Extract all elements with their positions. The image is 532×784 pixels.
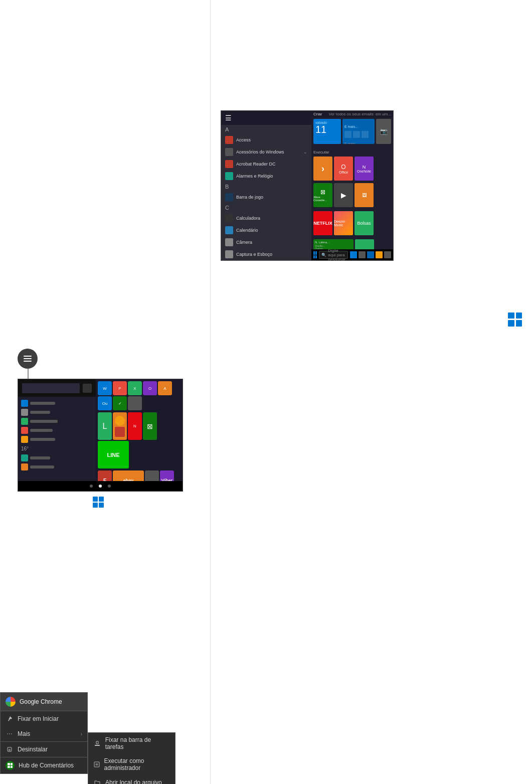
page-container: 16° W [0, 0, 532, 784]
windows-start-btn[interactable] [313, 251, 317, 258]
windows-logo-left [93, 492, 104, 508]
taskbar-dot [90, 485, 93, 488]
app-calculadora[interactable]: Calculadora [221, 212, 311, 224]
run-admin-label: Executar como administrador [104, 757, 170, 771]
screenshot-start-menu: ☰ A Access Acessórios do Windows ⌄ [221, 110, 394, 261]
modern-search-box[interactable] [22, 383, 80, 393]
netflix-tile[interactable]: NETFLIX [313, 211, 332, 235]
app-icon [21, 418, 28, 425]
deezer-tile[interactable]: Deezer Music [334, 211, 353, 235]
calendar-tile[interactable]: sábado 11 [313, 119, 341, 144]
context-menu-more[interactable]: Mais › [1, 726, 87, 741]
calculator-label: Calculadora [236, 216, 260, 221]
hub-label: Hub de Comentários [19, 762, 74, 769]
submenu-pin-taskbar[interactable]: Fixar na barra de tarefas [88, 733, 175, 754]
modern-start-right: W P X O A Ou ✓ L [96, 379, 183, 491]
svg-rect-2 [11, 734, 12, 734]
search-icon: 🔍 [321, 253, 326, 257]
app-icon [21, 427, 28, 434]
modern-app-item[interactable] [20, 453, 94, 462]
camera-tile[interactable]: 📷 [376, 119, 391, 144]
modern-app-item[interactable] [20, 417, 94, 426]
app-acessorios[interactable]: Acessórios do Windows ⌄ [221, 146, 311, 158]
modern-tiles-top-row: W P X O A Ou ✓ [96, 379, 183, 412]
more-label: Mais [18, 730, 30, 737]
hamburger-menu-button[interactable] [18, 349, 38, 369]
taskbar-misc-icon[interactable] [376, 251, 383, 258]
taskbar-ie-icon[interactable] [350, 251, 357, 258]
uninstall-icon [6, 745, 14, 753]
pin-icon [6, 715, 14, 723]
tile-candy [113, 412, 127, 440]
app-label [30, 438, 55, 441]
deezer-tile-label: Deezer Music [334, 220, 353, 227]
execute-label: Executar [313, 150, 329, 154]
acrobat-icon [225, 160, 233, 168]
app-acrobat[interactable]: Acrobat Reader DC [221, 158, 311, 170]
section-a-label: A [221, 125, 311, 134]
start-menu-inner: ☰ A Access Acessórios do Windows ⌄ [221, 111, 393, 260]
office-tile[interactable]: O Office [334, 156, 353, 181]
modern-app-item[interactable] [20, 399, 94, 408]
start-taskbar: 🔍 Digite aqui para pesquisar [311, 249, 393, 260]
game-bar-icon [225, 193, 233, 201]
accessories-icon [225, 148, 233, 156]
context-menu-pin-start[interactable]: Fixar em Iniciar [1, 711, 87, 726]
chevron-tile[interactable]: › [313, 156, 332, 181]
context-menu-hub[interactable]: Hub de Comentários [1, 757, 87, 773]
section-b-label: B [221, 182, 311, 191]
app-captura[interactable]: Captura e Esboço [221, 248, 311, 260]
svg-rect-5 [94, 762, 99, 767]
alarm-icon [225, 172, 233, 180]
svg-rect-4 [95, 745, 100, 746]
video-tile[interactable]: ▶ [334, 183, 353, 207]
app-barra[interactable]: Barra de jogo [221, 191, 311, 203]
windows-logo-right [508, 306, 522, 327]
alarm-label: Alarmes e Relógio [236, 174, 273, 179]
photos-tile[interactable]: 🖼 [354, 183, 374, 207]
tile-outlook: Ou [98, 396, 112, 410]
submenu-run-admin[interactable]: Executar como administrador [88, 754, 175, 775]
search-text: Digite aqui para pesquisar [328, 248, 345, 261]
taskbar-misc2-icon[interactable] [384, 251, 391, 258]
app-alarmes[interactable]: Alarmes e Relógio [221, 170, 311, 182]
modern-app-item[interactable] [20, 435, 94, 444]
taskbar-search[interactable]: 🔍 Digite aqui para pesquisar [319, 251, 348, 259]
modern-tiles-main-row: L N ⊠ LINE [96, 412, 183, 468]
email-tile[interactable]: E mais... E mais... [342, 119, 375, 144]
app-label [30, 420, 58, 423]
calculator-icon [225, 214, 233, 222]
app-access[interactable]: Access [221, 134, 311, 146]
criar-label: Criar [313, 112, 322, 116]
app-label [30, 402, 55, 405]
xbox-label: Xbox Console... [313, 196, 332, 202]
captura-label: Captura e Esboço [236, 252, 272, 257]
email-label: E mais... [344, 125, 358, 128]
taskbar-edge-icon[interactable] [367, 251, 374, 258]
onenote-tile[interactable]: N OneNote [354, 156, 374, 181]
app-icon [21, 454, 28, 461]
tiles-row3: ⊠ Xbox Console... ▶ 🖼 [311, 182, 393, 209]
xbox-tile[interactable]: ⊠ Xbox Console... [313, 183, 332, 207]
context-menu-uninstall[interactable]: Desinstalar [1, 742, 87, 757]
taskbar-dot-active [99, 485, 102, 488]
app-calendario[interactable]: Calendário [221, 224, 311, 236]
tile-xbox-large: ⊠ [143, 412, 157, 440]
taskbar-explorer-icon[interactable] [359, 251, 366, 258]
bolsas-tile[interactable]: Bolsas [354, 211, 374, 235]
pin-start-label: Fixar em Iniciar [18, 715, 59, 722]
submenu-open-location[interactable]: Abrir local do arquivo [88, 775, 175, 784]
section-c-label: C [221, 203, 311, 212]
context-menu-main: Google Chrome Fixar em Iniciar Mais [0, 692, 88, 774]
taskbar-pin-icon [93, 739, 101, 747]
chevron-icon: › [321, 164, 324, 174]
app-camera[interactable]: Câmera [221, 236, 311, 248]
open-location-label: Abrir local do arquivo [105, 779, 162, 784]
admin-icon [93, 760, 100, 768]
modern-app-item[interactable] [20, 462, 94, 472]
game-bar-label: Barra de jogo [236, 195, 263, 200]
modern-app-item[interactable] [20, 426, 94, 435]
hamburger-icon [24, 356, 32, 362]
modern-app-item[interactable] [20, 408, 94, 417]
chrome-icon [6, 697, 16, 707]
